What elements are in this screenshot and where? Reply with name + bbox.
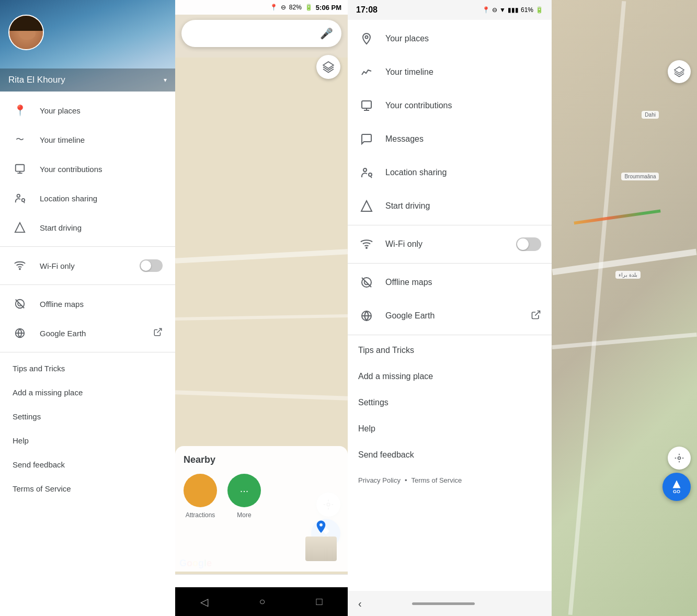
right-sidebar-item-location-sharing[interactable]: Location sharing: [348, 156, 552, 189]
recents-button[interactable]: □: [316, 596, 322, 608]
svg-point-17: [369, 173, 372, 176]
right-sidebar-item-help[interactable]: Help: [348, 416, 552, 442]
right-menu-item-label: Offline maps: [385, 278, 541, 287]
sidebar-item-your-places[interactable]: 📍 Your places: [0, 96, 175, 125]
start-driving-icon: [358, 198, 375, 214]
layers-button[interactable]: [316, 55, 340, 79]
right-status-bar: 17:08 📍 ⊖ ▼ ▮▮▮ 61% 🔋: [348, 0, 552, 20]
sidebar-item-your-contributions[interactable]: Your contributions: [0, 154, 175, 184]
map-thumbnail: [305, 537, 337, 562]
sidebar-item-settings[interactable]: Settings: [0, 405, 175, 429]
nearby-item-label: More: [237, 511, 251, 519]
right-menu-list: Your places Your timeline Your con: [348, 20, 552, 591]
right-sidebar-item-offline-maps[interactable]: Offline maps: [348, 266, 552, 299]
attractions-icon: [184, 474, 217, 507]
wifi-icon: [358, 236, 375, 253]
right-menu-divider: [348, 335, 552, 335]
svg-marker-18: [361, 201, 372, 211]
right-sidebar-item-settings[interactable]: Settings: [348, 390, 552, 416]
profile-section[interactable]: Rita El Khoury ▾: [0, 0, 175, 92]
privacy-policy-link[interactable]: Privacy Policy: [358, 476, 401, 484]
right-sidebar-item-tips-tricks[interactable]: Tips and Tricks: [348, 337, 552, 363]
home-button[interactable]: ○: [259, 596, 265, 608]
terms-of-service-link[interactable]: Terms of Service: [411, 476, 462, 484]
place-label-broummana: Broummaâna: [621, 173, 659, 180]
right-sidebar-item-send-feedback[interactable]: Send feedback: [348, 442, 552, 468]
sidebar-item-label: Location sharing: [40, 194, 163, 203]
profile-name-bar[interactable]: Rita El Khoury ▾: [0, 69, 175, 92]
sidebar-item-send-feedback[interactable]: Send feedback: [0, 453, 175, 477]
right-menu-item-label: Send feedback: [358, 450, 414, 459]
wifi-only-toggle[interactable]: [516, 237, 541, 251]
back-button[interactable]: ‹: [358, 598, 362, 610]
sidebar-item-help[interactable]: Help: [0, 429, 175, 453]
right-bottom-bar: ‹: [348, 591, 552, 616]
location-icon: 📍: [482, 6, 490, 14]
sidebar-item-location-sharing[interactable]: Location sharing: [0, 184, 175, 213]
right-sidebar-item-start-driving[interactable]: Start driving: [348, 189, 552, 223]
wifi-only-toggle[interactable]: [140, 259, 163, 272]
right-sidebar-item-wifi-only[interactable]: Wi-Fi only: [348, 227, 552, 261]
search-bar[interactable]: 🎤: [181, 20, 341, 47]
contributions-icon: [358, 97, 375, 114]
right-menu-item-label: Add a missing place: [358, 372, 433, 381]
right-footer: Privacy Policy • Terms of Service: [348, 468, 552, 493]
sidebar-item-add-missing-place[interactable]: Add a missing place: [0, 381, 175, 405]
sidebar-item-wifi-only[interactable]: Wi-Fi only: [0, 251, 175, 280]
sidebar-item-label: Start driving: [40, 223, 163, 232]
svg-marker-5: [15, 223, 25, 232]
sidebar-item-offline-maps[interactable]: Offline maps: [0, 289, 175, 318]
left-menu-panel: Rita El Khoury ▾ 📍 Your places 〜 Your ti…: [0, 0, 175, 616]
sidebar-item-label: Offline maps: [40, 300, 163, 309]
nearby-item-more[interactable]: ··· More: [227, 474, 261, 519]
location-sharing-icon: [13, 191, 27, 206]
sidebar-item-tips-tricks[interactable]: Tips and Tricks: [0, 357, 175, 381]
far-go-label: GO: [673, 489, 680, 494]
nearby-title: Nearby: [184, 454, 339, 465]
sidebar-item-label: Send feedback: [13, 460, 65, 469]
sidebar-item-your-timeline[interactable]: 〜 Your timeline: [0, 125, 175, 154]
menu-divider: [0, 246, 175, 247]
right-menu-item-label: Location sharing: [385, 168, 541, 177]
right-sidebar-item-your-places[interactable]: Your places: [348, 22, 552, 55]
back-button[interactable]: ◁: [200, 596, 208, 608]
right-sidebar-item-add-missing-place[interactable]: Add a missing place: [348, 363, 552, 390]
right-sidebar-item-your-timeline[interactable]: Your timeline: [348, 55, 552, 89]
sync-icon: ⊖: [281, 4, 286, 11]
sidebar-item-label: Wi-Fi only: [40, 261, 140, 270]
android-nav-bar: ◁ ○ □: [175, 587, 348, 616]
sidebar-item-label: Your contributions: [40, 165, 163, 174]
sidebar-item-google-earth[interactable]: Google Earth: [0, 318, 175, 348]
svg-point-4: [22, 199, 25, 202]
nearby-item-attractions[interactable]: Attractions: [184, 474, 217, 519]
external-link-icon: [531, 310, 541, 323]
svg-line-22: [535, 311, 540, 315]
right-menu-item-label: Your places: [385, 34, 541, 43]
map-pin-preview: [303, 519, 339, 561]
footer-separator: •: [405, 476, 407, 484]
svg-point-6: [19, 269, 20, 270]
battery-level: 61%: [521, 6, 533, 14]
right-sidebar-item-google-earth[interactable]: Google Earth: [348, 299, 552, 333]
right-sidebar-item-your-contributions[interactable]: Your contributions: [348, 89, 552, 122]
right-menu-item-label: Messages: [385, 134, 541, 144]
far-layers-button[interactable]: [668, 60, 691, 83]
sidebar-item-start-driving[interactable]: Start driving: [0, 213, 175, 242]
right-panel: 17:08 📍 ⊖ ▼ ▮▮▮ 61% 🔋 Your places: [348, 0, 697, 616]
sidebar-item-label: Tips and Tricks: [13, 364, 65, 373]
battery-icon: 🔋: [535, 6, 543, 14]
battery-text: 82%: [289, 4, 302, 11]
location-status-icon: 📍: [270, 4, 278, 11]
sidebar-item-label: Your places: [40, 106, 163, 115]
right-sidebar-item-messages[interactable]: Messages: [348, 122, 552, 156]
sidebar-item-terms-of-service[interactable]: Terms of Service: [0, 477, 175, 501]
svg-line-9: [157, 328, 162, 333]
nearby-items-list: Attractions ··· More: [184, 474, 339, 519]
right-menu-item-label: Settings: [358, 398, 389, 407]
chevron-down-icon: ▾: [164, 76, 167, 84]
mic-icon[interactable]: 🎤: [320, 27, 333, 40]
contributions-icon: [13, 162, 27, 176]
right-menu-item-label: Tips and Tricks: [358, 346, 414, 355]
far-go-button[interactable]: GO: [662, 473, 691, 501]
far-location-button[interactable]: [668, 447, 691, 470]
